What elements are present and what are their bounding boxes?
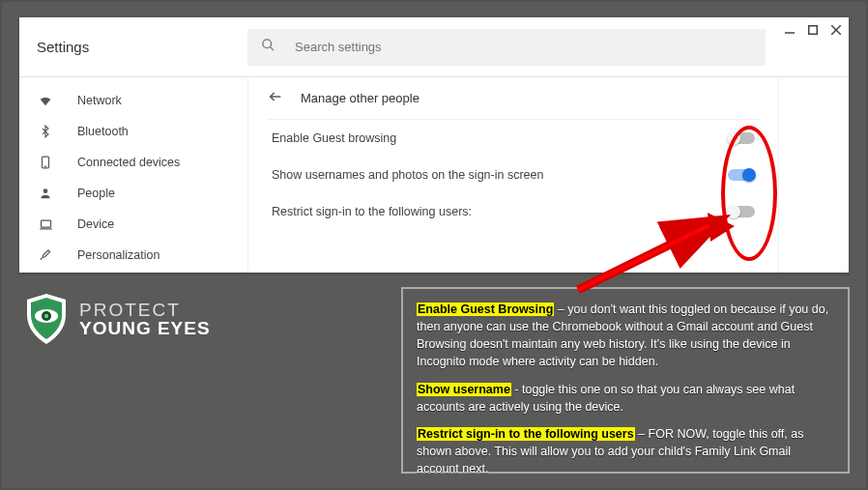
wifi-icon <box>37 92 54 109</box>
main-panel: Manage other people Enable Guest browsin… <box>247 77 779 273</box>
info-box: Enable Guest Browsing – you don't want t… <box>401 287 850 474</box>
laptop-icon <box>37 216 54 233</box>
svg-line-5 <box>270 46 274 50</box>
svg-rect-1 <box>809 26 818 35</box>
sidebar-item-label: Personalization <box>77 248 159 262</box>
shield-icon <box>23 292 70 346</box>
panel-header: Manage other people <box>268 77 759 120</box>
svg-point-4 <box>263 40 272 48</box>
row-restrict-signin: Restrict sign-in to the following users: <box>268 193 759 230</box>
logo-line1: PROTECT <box>79 301 211 319</box>
info-p3: Restrict sign-in to the following users … <box>417 425 834 477</box>
panel-title: Manage other people <box>301 91 420 105</box>
sidebar-item-label: Connected devices <box>77 156 180 169</box>
info-p1: Enable Guest Browsing – you don't want t… <box>417 301 834 371</box>
row-guest-browsing: Enable Guest browsing <box>268 120 759 157</box>
maximize-button[interactable] <box>808 23 818 38</box>
sidebar-item-people[interactable]: People <box>19 178 247 209</box>
bluetooth-icon <box>37 123 54 140</box>
sidebar-item-connected[interactable]: Connected devices <box>19 147 247 178</box>
info-p2: Show username - toggle this one on so th… <box>417 381 834 416</box>
row-label: Show usernames and photos on the sign-in… <box>272 168 543 182</box>
svg-rect-9 <box>41 220 50 227</box>
svg-point-8 <box>43 188 48 193</box>
sidebar-item-label: Device <box>77 217 114 231</box>
sidebar-item-label: Network <box>77 94 122 107</box>
search-input[interactable] <box>295 40 752 54</box>
brush-icon <box>37 246 54 264</box>
row-label: Restrict sign-in to the following users: <box>272 205 472 218</box>
sidebar-item-bluetooth[interactable]: Bluetooth <box>19 116 247 147</box>
sidebar-item-personalization[interactable]: Personalization <box>19 240 247 271</box>
page-title: Settings <box>37 39 247 55</box>
window-controls <box>785 23 841 38</box>
toggle-restrict-signin[interactable] <box>728 206 755 217</box>
person-icon <box>37 185 54 202</box>
close-button[interactable] <box>831 23 841 38</box>
logo-line2: YOUNG EYES <box>79 319 211 337</box>
back-arrow-icon[interactable] <box>268 89 283 107</box>
titlebar: Settings <box>19 17 849 77</box>
sidebar-item-label: Bluetooth <box>77 125 129 138</box>
toggle-show-usernames[interactable] <box>728 169 755 181</box>
logo: PROTECT YOUNG EYES <box>23 292 211 346</box>
sidebar-item-label: People <box>77 187 115 200</box>
minimize-button[interactable] <box>785 23 795 38</box>
search-icon <box>261 38 295 56</box>
search-box[interactable] <box>247 29 766 66</box>
settings-window: Settings Network Bluetooth <box>19 17 849 273</box>
sidebar-item-device[interactable]: Device <box>19 209 247 240</box>
row-show-usernames: Show usernames and photos on the sign-in… <box>268 157 759 193</box>
sidebar-item-network[interactable]: Network <box>19 85 247 116</box>
phone-icon <box>37 154 54 171</box>
sidebar: Network Bluetooth Connected devices Peop… <box>19 77 247 273</box>
svg-point-18 <box>44 314 48 318</box>
toggle-guest-browsing[interactable] <box>728 132 755 144</box>
row-label: Enable Guest browsing <box>272 131 396 145</box>
